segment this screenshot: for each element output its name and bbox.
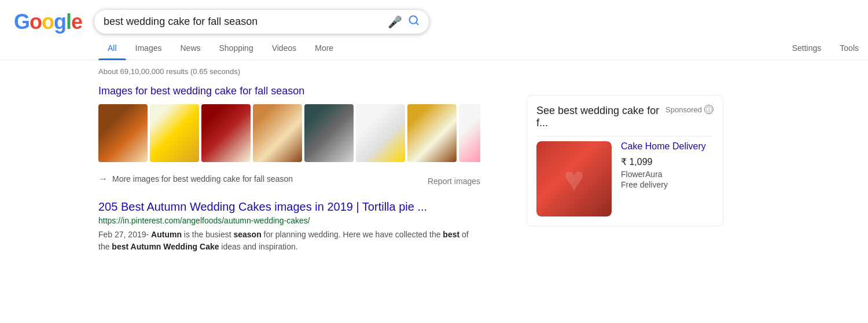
nav-item-more[interactable]: More [306, 36, 343, 60]
nav-bar: All Images News Shopping Videos More Set… [0, 36, 868, 60]
ad-header: See best wedding cake for f... Sponsored… [536, 105, 713, 129]
image-grid [98, 104, 480, 162]
snippet-bold-best: best [443, 230, 459, 239]
image-thumbnail-8[interactable] [459, 104, 480, 162]
more-images-text: More images for best wedding cake for fa… [112, 174, 293, 183]
google-logo[interactable]: Google [14, 10, 82, 34]
microphone-icon[interactable]: 🎤 [388, 15, 402, 29]
info-icon[interactable]: ⓘ [704, 105, 713, 114]
more-images-row: → More images for best wedding cake for … [98, 169, 480, 189]
nav-item-all[interactable]: All [98, 36, 126, 60]
image-thumbnail-4[interactable] [253, 104, 302, 162]
ad-delivery: Free delivery [621, 180, 713, 189]
ad-product: Cake Home Delivery ₹ 1,099 FlowerAura Fr… [536, 141, 713, 216]
snippet-bold-best2: best Autumn Wedding Cake [112, 242, 219, 251]
svg-line-1 [416, 23, 418, 25]
image-thumbnail-1[interactable] [98, 104, 148, 162]
ad-seller: FlowerAura [621, 170, 713, 179]
image-thumbnail-7[interactable] [407, 104, 457, 162]
ad-product-image[interactable] [536, 141, 612, 216]
ad-container: See best wedding cake for f... Sponsored… [527, 95, 723, 226]
main-content: About 69,10,00,000 results (0.65 seconds… [0, 60, 868, 253]
logo-letter-e: e [71, 10, 82, 34]
images-section-title[interactable]: Images for best wedding cake for fall se… [98, 85, 480, 97]
snippet-bold-autumn: Autumn [151, 230, 182, 239]
nav-right: Settings Tools [783, 36, 868, 60]
logo-letter-g2: g [54, 10, 66, 34]
image-thumbnail-6[interactable] [356, 104, 405, 162]
ad-title: See best wedding cake for f... [536, 105, 665, 129]
nav-item-shopping[interactable]: Shopping [210, 36, 263, 60]
ad-product-info: Cake Home Delivery ₹ 1,099 FlowerAura Fr… [621, 141, 713, 189]
header: Google 🎤 [0, 0, 868, 34]
nav-item-videos[interactable]: Videos [263, 36, 306, 60]
results-count: About 69,10,00,000 results (0.65 seconds… [98, 60, 480, 85]
result-title-1[interactable]: 205 Best Autumn Wedding Cakes images in … [98, 200, 480, 214]
arrow-right-icon: → [98, 174, 108, 184]
logo-letter-g: G [14, 10, 30, 34]
sponsored-badge: Sponsored ⓘ [665, 105, 713, 114]
search-bar: 🎤 [94, 9, 429, 34]
images-section: Images for best wedding cake for fall se… [98, 85, 480, 189]
search-input[interactable] [104, 16, 382, 28]
search-result-1: 205 Best Autumn Wedding Cakes images in … [98, 200, 480, 253]
image-thumbnail-2[interactable] [150, 104, 199, 162]
ad-shop-link[interactable]: Cake Home Delivery [621, 141, 713, 152]
logo-letter-l: l [66, 10, 71, 34]
result-url-1[interactable]: https://in.pinterest.com/angelfoods/autu… [98, 216, 480, 225]
logo-letter-o2: o [42, 10, 54, 34]
image-thumbnail-5[interactable] [304, 104, 354, 162]
nav-item-news[interactable]: News [171, 36, 209, 60]
nav-item-images[interactable]: Images [126, 36, 171, 60]
ad-price: ₹ 1,099 [621, 156, 713, 167]
report-images-button[interactable]: Report images [428, 177, 480, 186]
search-button[interactable] [408, 14, 420, 29]
snippet-bold-season: season [233, 230, 261, 239]
snippet-date: Feb 27, 2019- [98, 230, 149, 239]
ad-divider [536, 136, 713, 137]
heart-cake-image [536, 141, 612, 216]
results-column: About 69,10,00,000 results (0.65 seconds… [98, 60, 480, 253]
result-snippet-1: Feb 27, 2019- Autumn is the busiest seas… [98, 229, 480, 253]
nav-item-settings[interactable]: Settings [783, 36, 831, 60]
nav-item-tools[interactable]: Tools [830, 36, 868, 60]
sidebar: See best wedding cake for f... Sponsored… [527, 60, 723, 253]
sponsored-label: Sponsored [665, 105, 702, 114]
logo-letter-o1: o [30, 10, 42, 34]
image-thumbnail-3[interactable] [201, 104, 251, 162]
more-images-link[interactable]: → More images for best wedding cake for … [98, 169, 293, 189]
